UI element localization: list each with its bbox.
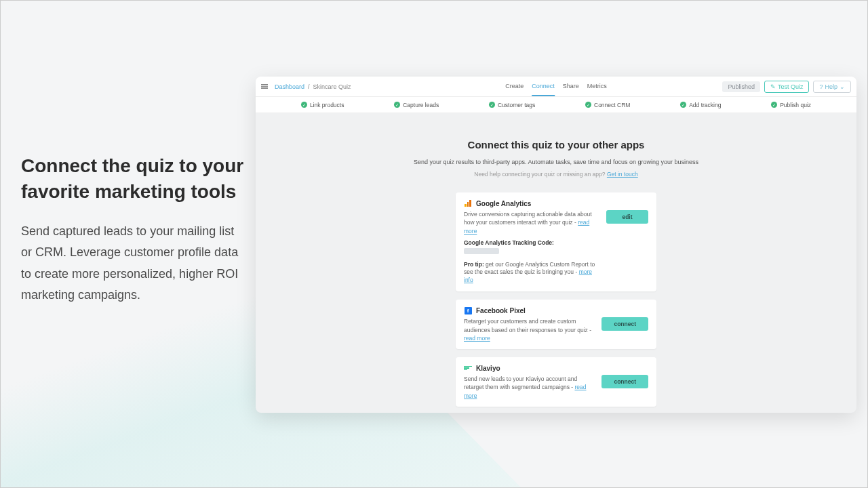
check-icon: ✓ — [680, 102, 686, 108]
marketing-heading: Connect the quiz to your favorite market… — [21, 153, 245, 205]
step-label: Connect CRM — [594, 102, 630, 108]
help-text: Need help connecting your quiz or missin… — [474, 171, 607, 178]
check-icon: ✓ — [771, 102, 777, 108]
main-area: Connect this quiz to your other apps Sen… — [256, 113, 856, 413]
connect-button[interactable]: connect — [601, 375, 648, 388]
card-desc: Retarget your customers and create custo… — [464, 318, 591, 333]
tab-metrics[interactable]: Metrics — [587, 77, 607, 96]
help-button[interactable]: ? Help ⌄ — [813, 81, 851, 93]
help-line: Need help connecting your quiz or missin… — [474, 171, 637, 178]
help-icon: ? — [819, 83, 823, 90]
tab-share[interactable]: Share — [563, 77, 579, 96]
card-facebook-pixel: f Facebook Pixel Retarget your customers… — [456, 300, 656, 349]
top-right-actions: Published ✎ Test Quiz ? Help ⌄ — [722, 81, 851, 93]
card-title: Klaviyo — [476, 365, 500, 372]
status-badge: Published — [722, 81, 760, 92]
app-window: Dashboard / Skincare Quiz Create Connect… — [256, 77, 856, 413]
step-capture-leads[interactable]: ✓Capture leads — [394, 102, 439, 108]
marketing-body: Send captured leads to your mailing list… — [21, 221, 245, 306]
facebook-icon: f — [464, 306, 472, 314]
step-connect-crm[interactable]: ✓Connect CRM — [585, 102, 630, 108]
check-icon: ✓ — [489, 102, 495, 108]
breadcrumb-dashboard[interactable]: Dashboard — [275, 83, 304, 90]
step-add-tracking[interactable]: ✓Add tracking — [680, 102, 721, 108]
check-icon: ✓ — [394, 102, 400, 108]
menu-icon[interactable] — [261, 84, 268, 89]
tracking-code-label: Google Analytics Tracking Code: — [464, 239, 599, 247]
card-klaviyo: Klaviyo Send new leads to your Klaviyo a… — [456, 357, 656, 407]
step-customer-tags[interactable]: ✓Customer tags — [489, 102, 535, 108]
klaviyo-icon — [464, 364, 472, 372]
step-link-products[interactable]: ✓Link products — [301, 102, 344, 108]
protip-label: Pro tip: — [464, 261, 484, 268]
steps-bar: ✓Link products ✓Capture leads ✓Customer … — [256, 97, 856, 113]
tracking-code-redacted — [464, 248, 499, 254]
card-text: Send new leads to your Klaviyo account a… — [464, 375, 595, 400]
card-title: Google Analytics — [476, 200, 531, 207]
test-quiz-button[interactable]: ✎ Test Quiz — [764, 81, 810, 93]
step-label: Publish quiz — [780, 102, 811, 108]
marketing-copy: Connect the quiz to your favorite market… — [21, 153, 245, 306]
protip: Pro tip: get our Google Analytics Custom… — [464, 261, 599, 285]
integration-cards: Google Analytics Drive conversions captu… — [456, 192, 656, 413]
card-text: Retarget your customers and create custo… — [464, 317, 595, 342]
edit-icon: ✎ — [770, 83, 776, 90]
protip-text: get our Google Analytics Custom Report t… — [464, 261, 595, 276]
check-icon: ✓ — [585, 102, 591, 108]
card-text: Drive conversions capturing actionable d… — [464, 210, 599, 285]
help-label: Help — [825, 83, 837, 90]
chevron-down-icon: ⌄ — [840, 83, 845, 90]
breadcrumb: Dashboard / Skincare Quiz — [275, 83, 351, 90]
tab-connect[interactable]: Connect — [532, 77, 555, 96]
page-subtitle: Send your quiz results to third-party ap… — [414, 159, 698, 165]
breadcrumb-sep: / — [308, 83, 310, 90]
edit-button[interactable]: edit — [606, 210, 648, 224]
test-quiz-label: Test Quiz — [778, 83, 804, 90]
check-icon: ✓ — [301, 102, 307, 108]
get-in-touch-link[interactable]: Get in touch — [607, 171, 638, 178]
step-label: Link products — [310, 102, 344, 108]
read-more-link[interactable]: read more — [464, 335, 490, 342]
card-desc: Send new leads to your Klaviyo account a… — [464, 375, 577, 390]
card-title: Facebook Pixel — [476, 307, 526, 314]
tab-create[interactable]: Create — [505, 77, 524, 96]
step-publish-quiz[interactable]: ✓Publish quiz — [771, 102, 811, 108]
breadcrumb-current: Skincare Quiz — [313, 83, 351, 90]
top-tabs: Create Connect Share Metrics — [505, 77, 607, 96]
step-label: Capture leads — [403, 102, 439, 108]
top-bar: Dashboard / Skincare Quiz Create Connect… — [256, 77, 856, 97]
google-analytics-icon — [464, 199, 472, 207]
step-label: Add tracking — [689, 102, 721, 108]
connect-button[interactable]: connect — [601, 317, 648, 331]
card-google-analytics: Google Analytics Drive conversions captu… — [456, 192, 656, 291]
step-label: Customer tags — [498, 102, 535, 108]
card-desc: Drive conversions capturing actionable d… — [464, 211, 592, 226]
page-title: Connect this quiz to your other apps — [468, 139, 645, 150]
